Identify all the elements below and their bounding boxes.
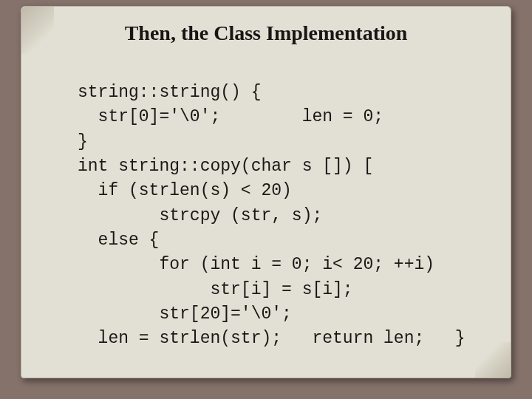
code-block: string::string() { str[0]='\0'; len = 0;…: [78, 81, 488, 352]
paper-card: Then, the Class Implementation string::s…: [21, 6, 511, 378]
slide-title: Then, the Class Implementation: [21, 21, 511, 45]
slide-background: Then, the Class Implementation string::s…: [0, 0, 532, 399]
